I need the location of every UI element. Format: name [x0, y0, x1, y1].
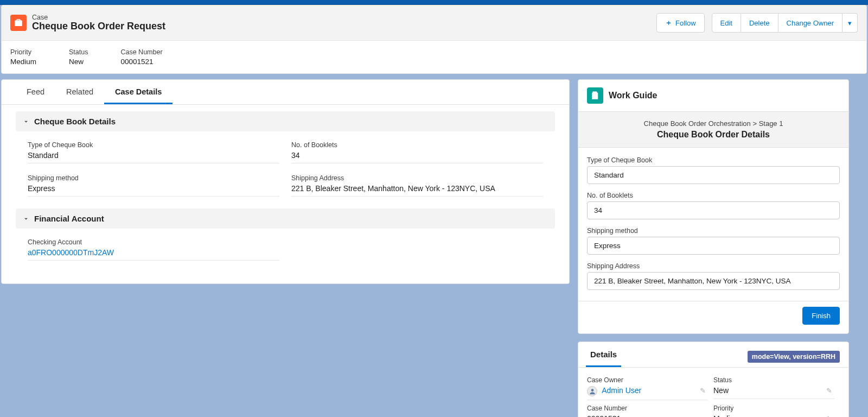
more-actions-button[interactable]: ▾ [843, 13, 858, 33]
detail-case-owner-label: Case Owner [587, 376, 708, 384]
field-shipping-method-value: Express [28, 182, 279, 197]
page-title: Cheque Book Order Request [32, 21, 165, 32]
field-shipping-address-label: Shipping Address [291, 174, 543, 182]
change-owner-button[interactable]: Change Owner [778, 13, 843, 33]
follow-label: Follow [675, 19, 696, 27]
field-no-of-booklets-value: 34 [291, 149, 543, 163]
svg-point-0 [591, 389, 593, 391]
edit-icon[interactable]: ✎ [826, 415, 832, 417]
caret-down-icon: ▾ [848, 19, 852, 27]
work-guide-title: Work Guide [609, 91, 658, 100]
tab-related[interactable]: Related [55, 80, 104, 104]
wg-type-of-cheque-book-label: Type of Cheque Book [587, 156, 840, 164]
tab-feed[interactable]: Feed [16, 80, 55, 104]
case-details-card: Feed Related Case Details Cheque Book De… [1, 79, 570, 284]
wg-shipping-method-input[interactable] [587, 237, 840, 255]
detail-status-label: Status [713, 376, 834, 384]
field-shipping-method-label: Shipping method [28, 174, 279, 182]
delete-button[interactable]: Delete [741, 13, 778, 33]
edit-button[interactable]: Edit [712, 13, 741, 33]
wg-shipping-address-input[interactable] [587, 272, 840, 290]
highlight-priority-value: Medium [10, 58, 36, 66]
detail-case-owner-link-text: Admin User [602, 386, 641, 395]
detail-priority-label: Priority [713, 405, 834, 412]
plus-icon: ＋ [665, 18, 672, 28]
detail-status-value: New ✎ [713, 384, 834, 399]
chevron-down-icon [22, 215, 30, 223]
wg-no-of-booklets-input[interactable] [587, 201, 840, 219]
global-header-bar [0, 0, 868, 5]
detail-priority-value: Medium ✎ [713, 412, 834, 417]
work-guide-panel: Work Guide Cheque Book Order Orchestrati… [578, 79, 849, 334]
object-label: Case [32, 14, 165, 21]
follow-button[interactable]: ＋ Follow [656, 13, 705, 33]
details-panel: Details mode=View, version=RRH Case Owne… [578, 342, 849, 417]
field-checking-account-link[interactable]: a0FRO000000DTmJ2AW [28, 246, 279, 261]
detail-case-owner-value[interactable]: Admin User ✎ [587, 384, 708, 400]
field-shipping-address-value: 221 B, Bleaker Street, Manhatton, New Yo… [291, 182, 543, 197]
wg-no-of-booklets-label: No. of Booklets [587, 192, 840, 199]
action-button-group: Edit Delete Change Owner ▾ [712, 13, 858, 33]
wg-type-of-cheque-book-input[interactable] [587, 166, 840, 184]
section-financial-account-header[interactable]: Financial Account [16, 208, 555, 229]
record-header: Case Cheque Book Order Request ＋ Follow … [1, 5, 867, 74]
work-guide-breadcrumb: Cheque Book Order Orchestration > Stage … [584, 119, 843, 128]
wg-shipping-method-label: Shipping method [587, 227, 840, 235]
work-guide-icon [587, 87, 603, 104]
wg-shipping-address-label: Shipping Address [587, 262, 840, 270]
highlights-panel: Priority Medium Status New Case Number 0… [2, 41, 866, 73]
finish-button[interactable]: Finish [802, 307, 840, 325]
record-action-bar: ＋ Follow Edit Delete Change Owner ▾ [656, 13, 858, 33]
highlight-priority-label: Priority [10, 48, 36, 56]
field-no-of-booklets-label: No. of Booklets [291, 141, 543, 149]
edit-icon[interactable]: ✎ [826, 387, 832, 395]
section-cheque-book-details-header[interactable]: Cheque Book Details [16, 111, 555, 131]
section-financial-account-title: Financial Account [34, 214, 104, 223]
mode-chip: mode=View, version=RRH [748, 351, 840, 363]
tab-details[interactable]: Details [586, 342, 621, 367]
tab-case-details[interactable]: Case Details [104, 80, 173, 104]
highlight-status-value: New [69, 58, 88, 66]
chevron-down-icon [22, 118, 30, 125]
avatar-icon [587, 386, 597, 396]
field-type-of-cheque-book-label: Type of Cheque Book [28, 141, 279, 149]
work-guide-stage-title: Cheque Book Order Details [584, 130, 843, 140]
highlight-status-label: Status [69, 48, 88, 56]
field-type-of-cheque-book-value: Standard [28, 149, 279, 163]
highlight-case-number-value: 00001521 [120, 58, 162, 66]
field-checking-account-label: Checking Account [28, 238, 279, 246]
section-cheque-book-details-title: Cheque Book Details [34, 117, 116, 126]
detail-case-number-label: Case Number [587, 405, 708, 412]
case-icon [10, 15, 27, 31]
detail-case-number-value: 00001521 [587, 412, 708, 417]
highlight-case-number-label: Case Number [120, 48, 162, 56]
edit-icon[interactable]: ✎ [700, 387, 706, 395]
tab-bar: Feed Related Case Details [2, 80, 569, 105]
